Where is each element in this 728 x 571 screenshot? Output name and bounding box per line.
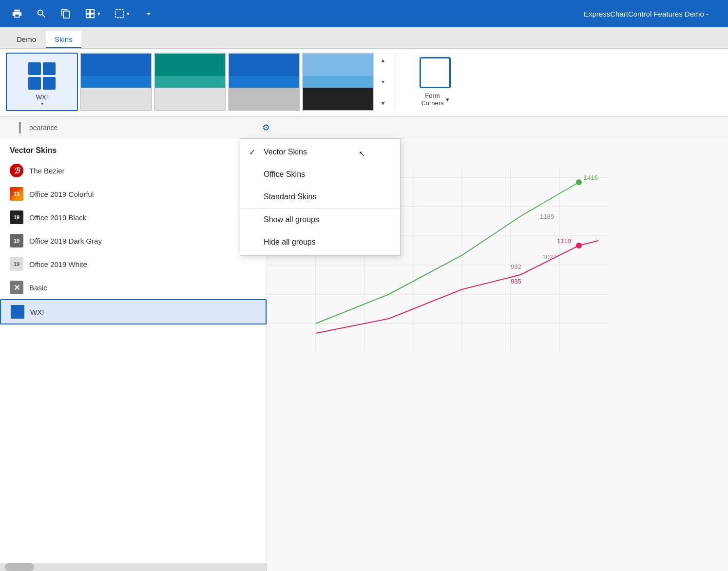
- bezier-skin-icon: ℬ: [10, 164, 23, 177]
- titlebar: ▾ ▾ ExpressChartControl Features Demo -: [0, 0, 728, 27]
- skin-thumb-4[interactable]: [228, 53, 300, 111]
- app-title: ExpressChartControl Features Demo -: [584, 10, 709, 18]
- dropdown-item-standard-skins[interactable]: Standard Skins: [240, 186, 400, 208]
- tab-skins[interactable]: Skins: [46, 31, 81, 48]
- basic-skin-icon: ✕: [10, 281, 23, 294]
- skin-list-panel: Vector Skins ℬ The Bezier 19 Office 2019…: [0, 138, 267, 571]
- svg-point-14: [576, 243, 582, 248]
- copy-button[interactable]: [57, 6, 75, 21]
- layout-button[interactable]: ▾: [81, 6, 104, 21]
- scroll-down2-button[interactable]: ▼: [376, 96, 390, 110]
- skin-wxi-label: WXI: [36, 94, 48, 101]
- tabbar: Demo Skins: [0, 27, 728, 49]
- tab-demo[interactable]: Demo: [8, 31, 45, 48]
- corner-icon: [420, 57, 451, 88]
- skin-item-office2019white[interactable]: 19 Office 2019 White: [0, 252, 267, 276]
- svg-point-13: [576, 179, 582, 185]
- search-button[interactable]: [32, 6, 51, 21]
- skin-item-bezier[interactable]: ℬ The Bezier: [0, 159, 267, 182]
- ribbon: WXI ▾ ▲ ▾ ▼: [0, 49, 728, 117]
- main-content: Vector Skins ℬ The Bezier 19 Office 2019…: [0, 138, 728, 571]
- svg-text:1416: 1416: [584, 174, 598, 181]
- office2019white-skin-icon: 19: [10, 257, 23, 271]
- dropdown-item-show-all[interactable]: Show all groups: [240, 209, 400, 231]
- skin-wxi[interactable]: WXI ▾: [6, 53, 78, 111]
- skin-thumb-2[interactable]: [80, 53, 152, 111]
- skin-item-office2019darkgray[interactable]: 19 Office 2019 Dark Gray: [0, 229, 267, 252]
- arrow-button[interactable]: [139, 6, 158, 21]
- skin-item-basic[interactable]: ✕ Basic: [0, 276, 267, 299]
- skin-group-header: Vector Skins: [0, 138, 267, 159]
- svg-text:935: 935: [511, 278, 521, 285]
- office2019black-skin-icon: 19: [10, 210, 23, 224]
- form-corners-label: FormCorners ▾: [421, 92, 449, 107]
- cursor-pointer: ↖: [359, 149, 365, 158]
- skin-item-office2019colorful[interactable]: 19 Office 2019 Colorful: [0, 182, 267, 206]
- dropdown-item-office-skins[interactable]: Office Skins: [240, 163, 400, 186]
- svg-text:1189: 1189: [540, 213, 554, 220]
- svg-rect-0: [115, 10, 124, 18]
- scroll-arrows: ▲ ▾ ▼: [376, 53, 390, 111]
- wxi-skin-icon: [11, 305, 24, 319]
- skin-thumb-3[interactable]: [154, 53, 226, 111]
- office2019darkgray-skin-icon: 19: [10, 234, 23, 247]
- print-button[interactable]: [8, 6, 26, 21]
- dropdown-item-hide-all[interactable]: Hide all groups: [240, 231, 400, 253]
- appearance-text: pearance: [29, 124, 57, 132]
- select-button[interactable]: ▾: [110, 6, 134, 21]
- svg-text:1027: 1027: [542, 253, 556, 261]
- dropdown-item-vector-skins[interactable]: Vector Skins: [240, 141, 400, 163]
- scroll-up-button[interactable]: ▲: [376, 54, 390, 67]
- form-corners-section: FormCorners ▾: [406, 53, 464, 111]
- office2019colorful-skin-icon: 19: [10, 187, 23, 201]
- cursor-line: [19, 122, 20, 133]
- skin-item-wxi[interactable]: WXI: [0, 299, 267, 324]
- skin-thumb-5[interactable]: [302, 53, 374, 111]
- skin-item-office2019black[interactable]: 19 Office 2019 Black: [0, 206, 267, 229]
- list-scrollbar[interactable]: [0, 563, 267, 571]
- appearance-bar: pearance ⚙: [0, 117, 728, 138]
- dropdown-menu: Vector Skins Office Skins Standard Skins…: [240, 138, 401, 256]
- ribbon-divider: [396, 53, 396, 111]
- svg-text:1110: 1110: [557, 237, 571, 245]
- svg-text:982: 982: [511, 263, 521, 270]
- scroll-down-button[interactable]: ▾: [376, 75, 390, 89]
- gear-button[interactable]: ⚙: [262, 122, 270, 133]
